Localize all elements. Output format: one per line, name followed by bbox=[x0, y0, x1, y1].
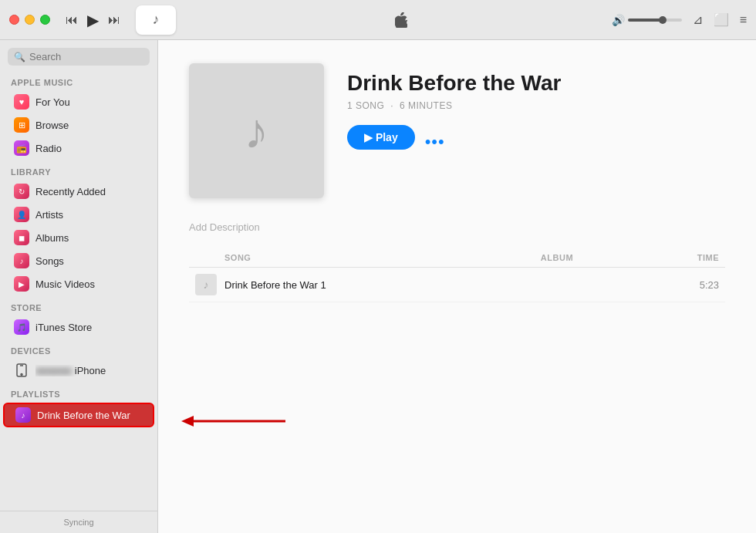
main-area: 🔍 Apple Music ♥ For You ⊞ Browse 📻 Radio… bbox=[0, 40, 756, 533]
title-bar: ⏮ ▶ ⏭ ♪ 🔊 ⊿ ⬜ ≡ bbox=[0, 0, 756, 40]
sidebar-item-itunes-store[interactable]: 🎵 iTunes Store bbox=[3, 316, 154, 338]
search-input[interactable] bbox=[29, 51, 143, 62]
traffic-lights bbox=[9, 15, 50, 25]
song-table-body: ♪ Drink Before the War 1 5:23 bbox=[189, 268, 725, 302]
sidebar-item-for-you[interactable]: ♥ For You bbox=[3, 91, 154, 113]
volume-thumb bbox=[659, 16, 667, 24]
sidebar-label-browse: Browse bbox=[35, 120, 69, 131]
sidebar-label-radio: Radio bbox=[35, 143, 62, 154]
sidebar-section-apple-music: Apple Music bbox=[0, 70, 157, 90]
sidebar-label-iphone: ●●●●●● iPhone bbox=[35, 365, 106, 376]
sidebar-bottom-syncing: Syncing bbox=[0, 511, 157, 533]
music-videos-icon: ▶ bbox=[14, 276, 29, 292]
song-album-cell bbox=[535, 268, 643, 302]
sidebar-item-iphone[interactable]: ●●●●●● iPhone bbox=[3, 359, 154, 381]
sidebar-section-devices: Devices bbox=[0, 339, 157, 359]
play-pause-button[interactable]: ▶ bbox=[87, 11, 99, 29]
sidebar-item-songs[interactable]: ♪ Songs bbox=[3, 250, 154, 272]
miniplayer-icon[interactable]: ⬜ bbox=[714, 12, 729, 27]
radio-icon: 📻 bbox=[14, 140, 29, 156]
sidebar-label-drink-before-the-war: Drink Before the War bbox=[37, 410, 130, 421]
th-album: ALBUM bbox=[535, 248, 643, 268]
sidebar: 🔍 Apple Music ♥ For You ⊞ Browse 📻 Radio… bbox=[0, 40, 158, 533]
sidebar-label-songs: Songs bbox=[35, 255, 64, 267]
sidebar-section-store: Store bbox=[0, 295, 157, 315]
music-tab[interactable]: ♪ bbox=[136, 5, 176, 35]
sidebar-label-itunes-store: iTunes Store bbox=[35, 322, 92, 333]
song-title-cell: ♪ Drink Before the War 1 bbox=[189, 268, 535, 302]
albums-icon: ◼ bbox=[14, 230, 29, 245]
album-meta: 1 SONG · 6 MINUTES bbox=[347, 100, 561, 111]
transport-controls: ⏮ ▶ ⏭ bbox=[66, 11, 120, 29]
song-table: SONG ALBUM TIME ♪ Drink Before the War 1 bbox=[189, 248, 725, 302]
sidebar-item-music-videos[interactable]: ▶ Music Videos bbox=[3, 273, 154, 295]
artists-icon: 👤 bbox=[14, 207, 29, 222]
sidebar-label-recently-added: Recently Added bbox=[35, 186, 106, 197]
volume-icon: 🔊 bbox=[612, 14, 625, 26]
album-meta-duration: 6 MINUTES bbox=[400, 100, 453, 111]
iphone-name-blurred: ●●●●●● bbox=[35, 365, 72, 376]
play-button[interactable]: ▶ Play bbox=[347, 125, 415, 150]
song-table-header: SONG ALBUM TIME bbox=[189, 248, 725, 268]
album-art: ♪ bbox=[189, 63, 324, 198]
svg-point-2 bbox=[21, 374, 22, 376]
music-note-icon: ♪ bbox=[153, 12, 160, 28]
sidebar-item-browse[interactable]: ⊞ Browse bbox=[3, 114, 154, 136]
volume-control[interactable]: 🔊 bbox=[612, 14, 682, 26]
search-bar[interactable]: 🔍 bbox=[8, 48, 150, 66]
add-description[interactable]: Add Description bbox=[189, 221, 725, 233]
th-time: TIME bbox=[643, 248, 725, 268]
album-info: Drink Before the War 1 SONG · 6 MINUTES … bbox=[347, 63, 561, 198]
playlist-icon: ♪ bbox=[15, 407, 31, 423]
browse-icon: ⊞ bbox=[14, 117, 29, 133]
sidebar-label-albums: Albums bbox=[35, 232, 69, 244]
itunes-store-icon: 🎵 bbox=[14, 319, 29, 335]
sidebar-label-artists: Artists bbox=[35, 209, 63, 221]
titlebar-right-controls: 🔊 ⊿ ⬜ ≡ bbox=[612, 12, 747, 27]
recently-added-icon: ↻ bbox=[14, 184, 29, 199]
sidebar-item-albums[interactable]: ◼ Albums bbox=[3, 227, 154, 248]
th-song: SONG bbox=[189, 248, 535, 268]
song-thumbnail: ♪ bbox=[195, 274, 217, 295]
sidebar-item-drink-before-the-war[interactable]: ♪ Drink Before the War bbox=[3, 403, 154, 427]
sidebar-section-library: Library bbox=[0, 160, 157, 180]
minimize-button[interactable] bbox=[25, 15, 35, 25]
sidebar-item-recently-added[interactable]: ↻ Recently Added bbox=[3, 180, 154, 202]
song-name: Drink Before the War 1 bbox=[224, 279, 326, 291]
sidebar-item-artists[interactable]: 👤 Artists bbox=[3, 204, 154, 225]
close-button[interactable] bbox=[9, 15, 19, 25]
album-meta-dot: · bbox=[390, 100, 393, 111]
album-title: Drink Before the War bbox=[347, 71, 561, 96]
songs-icon: ♪ bbox=[14, 253, 29, 268]
table-row[interactable]: ♪ Drink Before the War 1 5:23 bbox=[189, 268, 725, 302]
play-row: ▶ Play ••• bbox=[347, 125, 561, 159]
album-header: ♪ Drink Before the War 1 SONG · 6 MINUTE… bbox=[189, 63, 725, 198]
album-art-music-note-icon: ♪ bbox=[245, 103, 269, 160]
maximize-button[interactable] bbox=[40, 15, 50, 25]
album-meta-songs: 1 SONG bbox=[347, 100, 384, 111]
sidebar-label-for-you: For You bbox=[35, 96, 70, 108]
fast-forward-button[interactable]: ⏭ bbox=[108, 13, 120, 27]
sidebar-section-playlists: Playlists bbox=[0, 382, 157, 402]
volume-slider[interactable] bbox=[628, 19, 682, 22]
for-you-icon: ♥ bbox=[14, 94, 29, 110]
content-area: ♪ Drink Before the War 1 SONG · 6 MINUTE… bbox=[158, 40, 756, 533]
more-options-button[interactable]: ••• bbox=[423, 130, 447, 154]
list-view-icon[interactable]: ≡ bbox=[740, 13, 747, 27]
airplay-icon[interactable]: ⊿ bbox=[693, 12, 703, 27]
rewind-button[interactable]: ⏮ bbox=[66, 13, 78, 27]
iphone-device-icon bbox=[14, 363, 29, 378]
apple-logo bbox=[191, 12, 612, 28]
song-thumb-icon: ♪ bbox=[204, 278, 209, 291]
song-time-cell: 5:23 bbox=[643, 268, 725, 302]
sidebar-label-music-videos: Music Videos bbox=[35, 278, 95, 290]
sidebar-item-radio[interactable]: 📻 Radio bbox=[3, 137, 154, 159]
search-icon: 🔍 bbox=[14, 52, 25, 62]
